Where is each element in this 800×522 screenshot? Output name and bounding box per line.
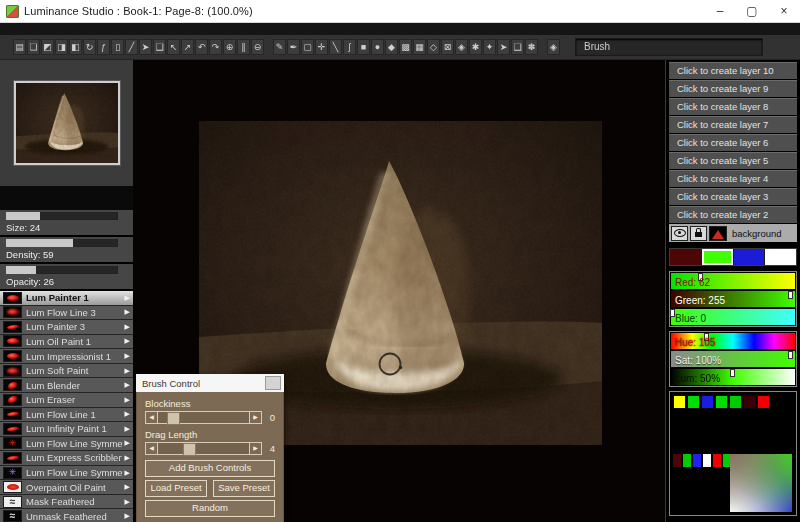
wrench-icon[interactable]: ╱ xyxy=(125,39,138,55)
palette-swatch[interactable] xyxy=(757,395,770,409)
luminance-slider-marker[interactable] xyxy=(730,369,735,377)
brush-list-item[interactable]: Lum Flow Line 1 ▶ xyxy=(0,408,133,423)
pattern-mesh-tool-icon[interactable]: ◈ xyxy=(455,39,468,55)
green-slider-marker[interactable] xyxy=(788,291,793,299)
palette-swatch[interactable] xyxy=(743,395,756,409)
brush-list-item[interactable]: Lum Flow Line Symmetr ▶ xyxy=(0,466,133,481)
reload-page-icon[interactable]: ↻ xyxy=(83,39,96,55)
fill-diamond-tool-icon[interactable]: ◆ xyxy=(385,39,398,55)
mini-swatch[interactable] xyxy=(713,454,721,467)
dialog-collapse-button[interactable] xyxy=(265,376,281,390)
duplicate-page-icon[interactable]: ◩ xyxy=(41,39,54,55)
blockiness-increase-button[interactable]: ▶ xyxy=(249,411,262,424)
brush-list-item[interactable]: Lum Infinity Paint 1 ▶ xyxy=(0,422,133,437)
saturation-slider[interactable]: Sat: 100% xyxy=(671,351,795,367)
layer-slot-7[interactable]: Click to create layer 7 xyxy=(669,116,797,133)
brush-mode-selector[interactable]: Brush xyxy=(575,38,763,56)
zoom-in-icon[interactable]: ⊕ xyxy=(223,39,236,55)
undo-icon[interactable]: ↶ xyxy=(195,39,208,55)
line-tool-icon[interactable]: ╲ xyxy=(329,39,342,55)
curve-tool-icon[interactable]: ʃ xyxy=(343,39,356,55)
brush-list-item[interactable]: Lum Soft Paint ▶ xyxy=(0,364,133,379)
layer-visibility-toggle[interactable] xyxy=(671,226,688,241)
background-layer-row[interactable]: background xyxy=(669,224,797,242)
brush-list-item[interactable]: Lum Painter 3 ▶ xyxy=(0,320,133,335)
brush-list-item[interactable]: Lum Eraser ▶ xyxy=(0,393,133,408)
mini-swatch[interactable] xyxy=(703,454,711,467)
mini-swatch[interactable] xyxy=(683,454,691,467)
palette-swatch[interactable] xyxy=(673,395,686,409)
blockiness-slider[interactable] xyxy=(158,411,249,424)
fill-rect-tool-icon[interactable]: ■ xyxy=(357,39,370,55)
drag-length-slider[interactable] xyxy=(158,442,249,455)
brush-list-item[interactable]: Mask Feathered ▶ xyxy=(0,495,133,510)
next-page-icon[interactable]: ◨ xyxy=(55,39,68,55)
add-brush-controls-button[interactable]: Add Brush Controls xyxy=(145,460,275,477)
brush-list-item[interactable]: Lum Oil Paint 1 ▶ xyxy=(0,335,133,350)
layer-slot-9[interactable]: Click to create layer 9 xyxy=(669,80,797,97)
brush-list-item[interactable]: Lum Impressionist 1 ▶ xyxy=(0,349,133,364)
blue-slider[interactable]: Blue: 0 xyxy=(671,309,795,325)
red-slider[interactable]: Red: 62 xyxy=(671,273,795,289)
brush-list-item[interactable]: Lum Flow Line Symmetr ▶ xyxy=(0,437,133,452)
drag-length-decrease-button[interactable]: ◀ xyxy=(145,442,158,455)
fill-ellipse-tool-icon[interactable]: ● xyxy=(371,39,384,55)
mini-swatch[interactable] xyxy=(673,454,681,467)
opacity-slider[interactable]: Opacity: 26 xyxy=(0,264,133,289)
layer-slot-8[interactable]: Click to create layer 8 xyxy=(669,98,797,115)
pattern-diamond-tool-icon[interactable]: ◇ xyxy=(427,39,440,55)
palette-swatch[interactable] xyxy=(729,395,742,409)
color-swatch[interactable] xyxy=(765,249,796,265)
brush-list-item[interactable]: Lum Express Scribbler 1 ▶ xyxy=(0,451,133,466)
color-swatch-selected[interactable] xyxy=(702,249,734,265)
blockiness-slider-thumb[interactable] xyxy=(167,412,180,425)
brush-list-item[interactable]: Lum Blender ▶ xyxy=(0,378,133,393)
hue-slider[interactable]: Hue: 105 xyxy=(671,333,795,349)
random-button[interactable]: Random xyxy=(145,500,275,517)
copy-pages-icon[interactable]: ❑ xyxy=(153,39,166,55)
fill-image-tool-icon[interactable]: ▩ xyxy=(399,39,412,55)
saturation-slider-marker[interactable] xyxy=(788,351,793,359)
brush-list-item[interactable]: Overpaint Oil Paint ▶ xyxy=(0,480,133,495)
brush-list-item[interactable]: Lum Flow Line 3 ▶ xyxy=(0,306,133,321)
layer-slot-3[interactable]: Click to create layer 3 xyxy=(669,188,797,205)
save-icon[interactable]: ▤ xyxy=(13,39,26,55)
brush-list-item[interactable]: Lum Painter 1 ▶ xyxy=(0,291,133,306)
redo-icon[interactable]: ↷ xyxy=(209,39,222,55)
layer-slot-5[interactable]: Click to create layer 5 xyxy=(669,152,797,169)
blockiness-decrease-button[interactable]: ◀ xyxy=(145,411,158,424)
pick-alt-icon[interactable]: ↗ xyxy=(181,39,194,55)
density-slider-track[interactable] xyxy=(6,239,118,247)
canvas-area[interactable]: Brush Control Blockiness ◀ ▶ 0 Drag Leng… xyxy=(133,60,665,522)
luminance-slider[interactable]: Lum: 50% xyxy=(671,369,795,385)
load-preset-button[interactable]: Load Preset xyxy=(145,480,207,497)
layer-lock-toggle[interactable] xyxy=(690,226,707,241)
rect-select-tool-icon[interactable]: ▢ xyxy=(301,39,314,55)
layer-slot-10[interactable]: Click to create layer 10 xyxy=(669,62,797,79)
palette-swatch[interactable] xyxy=(701,395,714,409)
pattern-cross-tool-icon[interactable]: ⊠ xyxy=(441,39,454,55)
pencil-tool-icon[interactable]: ✎ xyxy=(273,39,286,55)
pattern-checker-tool-icon[interactable]: ▦ xyxy=(413,39,426,55)
zoom-out-icon[interactable]: ⊖ xyxy=(251,39,264,55)
preview-thumbnail[interactable] xyxy=(16,83,118,163)
minimize-button[interactable]: – xyxy=(704,0,736,22)
scatter-tool-icon[interactable]: ✱ xyxy=(469,39,482,55)
size-slider-track[interactable] xyxy=(6,212,118,220)
new-document-icon[interactable]: ❏ xyxy=(27,39,40,55)
maximize-button[interactable]: ▢ xyxy=(736,0,768,22)
green-slider[interactable]: Green: 255 xyxy=(671,291,795,307)
color-swatch[interactable] xyxy=(670,249,702,265)
dialog-titlebar[interactable]: Brush Control xyxy=(136,374,284,392)
palette-swatch[interactable] xyxy=(715,395,728,409)
layer-slot-6[interactable]: Click to create layer 6 xyxy=(669,134,797,151)
pick-up-icon[interactable]: ↖ xyxy=(167,39,180,55)
ink-pen-icon[interactable]: ƒ xyxy=(97,39,110,55)
eyedropper-tool-icon[interactable]: ✒ xyxy=(287,39,300,55)
close-button[interactable]: × xyxy=(768,0,800,22)
brush-control-dialog[interactable]: Brush Control Blockiness ◀ ▶ 0 Drag Leng… xyxy=(136,374,284,522)
palette-swatch[interactable] xyxy=(687,395,700,409)
zoom-actual-icon[interactable]: ∥ xyxy=(237,39,250,55)
color-swatch[interactable] xyxy=(734,249,766,265)
pointer-icon[interactable]: ➤ xyxy=(139,39,152,55)
